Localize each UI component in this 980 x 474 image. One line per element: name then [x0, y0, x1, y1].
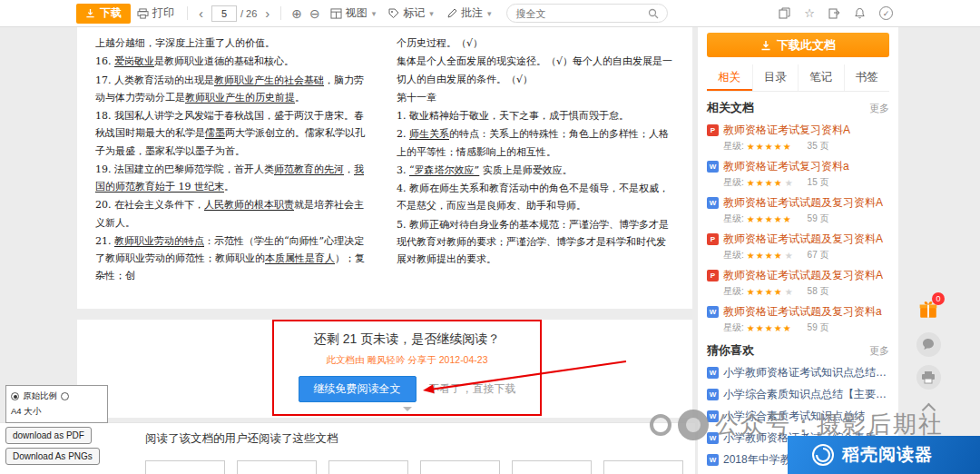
rating-label: 星级:	[723, 321, 744, 334]
paragraph: 个历史过程。（√）	[397, 35, 674, 52]
word-icon: W	[707, 197, 719, 209]
tab-notes[interactable]: 笔记	[798, 64, 844, 91]
guess-doc-item[interactable]: W小学综合素质知识点总结【主要知识点总...	[707, 387, 889, 402]
docer-logo	[811, 443, 835, 467]
doc-thumbnail[interactable]	[420, 460, 500, 474]
doc-thumbnail[interactable]	[603, 460, 683, 474]
star-rating-empty: ★	[785, 251, 794, 261]
star-rating: ★★★★★	[747, 323, 792, 333]
view-icon	[330, 8, 342, 19]
toolbar-separator	[187, 6, 188, 20]
related-doc-item[interactable]: P教师资格证考试试题及复习资料A 星级:★★★★★67 页	[707, 232, 889, 262]
rating-label: 星级:	[723, 212, 744, 225]
doc-title[interactable]: 教师资格证考试试题及复习资料A	[723, 232, 883, 247]
notification-count-badge: 0	[932, 292, 945, 305]
star-rating: ★★★★	[747, 251, 783, 261]
annotate-menu-button[interactable]: 批注 ▾	[440, 4, 498, 24]
share-button[interactable]	[828, 7, 840, 19]
continue-reading-button[interactable]: 继续免费阅读全文	[299, 376, 416, 402]
guess-doc-item[interactable]: W小学教师资格证考试知识点总结-综合素质	[707, 365, 889, 380]
doc-title[interactable]: 教师资格证考试试题及复习资料A	[723, 268, 883, 283]
download-this-doc-button[interactable]: 下载此文档	[707, 33, 889, 57]
annotate-label: 批注	[461, 5, 483, 21]
customer-service-button[interactable]	[915, 331, 942, 358]
download-pdf-button[interactable]: download as PDF	[5, 427, 92, 444]
copy-button[interactable]	[779, 7, 790, 19]
mark-menu-button[interactable]: 标记 ▾	[382, 4, 440, 24]
view-menu-button[interactable]: 视图 ▾	[324, 4, 383, 24]
prev-page-button[interactable]: ‹	[194, 6, 208, 20]
check-icon: ✓	[879, 6, 893, 20]
more-guess-link[interactable]: 更多	[869, 344, 889, 358]
top-toolbar: 下载 打印 ‹ / 26 › ⊕ ⊖ 视图 ▾ 标记 ▾ 批注 ▾ ☆	[0, 0, 980, 27]
related-doc-item[interactable]: P教师资格证考试试题及复习资料A 星级:★★★★★58 页	[707, 268, 889, 298]
rating-label: 星级:	[723, 140, 744, 153]
word-icon: W	[707, 410, 719, 422]
guess-doc-item[interactable]: W小学综合素质考试知识点总结	[707, 409, 889, 424]
tab-contents[interactable]: 目录	[752, 64, 799, 91]
doc-thumbnail[interactable]	[145, 460, 225, 474]
rating-label: 星级:	[723, 285, 744, 298]
chevron-down-icon: ▾	[429, 9, 434, 18]
page-count: 67 页	[808, 249, 829, 262]
scale-options: 原始比例 A4 大小	[5, 385, 108, 423]
page-total-label: / 26	[240, 8, 257, 19]
star-rating: ★★★★	[747, 178, 783, 188]
next-page-button[interactable]: ›	[260, 6, 274, 20]
guess-you-like-title: 猜你喜欢	[707, 342, 754, 359]
related-doc-item[interactable]: W教师资格证考试试题及复习资料a 星级:★★★★★59 页	[707, 304, 889, 334]
tab-bookmarks[interactable]: 书签	[844, 64, 890, 91]
page-left-column: 上越分越细，字深度上注重了人的价值。 16. 爱岗敬业是教师职业道德的基础和核心…	[95, 35, 373, 301]
word-icon: W	[707, 306, 719, 318]
search-input[interactable]	[515, 8, 648, 19]
favorite-button[interactable]: ☆	[804, 6, 815, 20]
skip-and-download-link[interactable]: 不看了，直接下载	[429, 381, 516, 397]
toolbar-separator	[280, 6, 281, 20]
original-ratio-label: 原始比例	[23, 390, 57, 402]
verify-button[interactable]: ✓	[879, 6, 893, 20]
download-button[interactable]: 下载	[76, 4, 131, 24]
doc-title[interactable]: 小学综合素质考试知识点总结	[723, 409, 865, 424]
more-related-link[interactable]: 更多	[869, 102, 889, 115]
doc-title[interactable]: 小学综合素质知识点总结【主要知识点总...	[723, 387, 889, 402]
a4-size-radio[interactable]	[61, 392, 69, 400]
star-rating-empty: ★	[785, 287, 794, 297]
page-count: 58 页	[808, 285, 829, 298]
doc-title[interactable]: 教师资格证考试复习资料A	[723, 123, 850, 138]
doc-thumbnail[interactable]	[328, 460, 408, 474]
page-number-input[interactable]	[211, 5, 237, 22]
related-doc-item[interactable]: W教师资格证考试复习资料a 星级:★★★★★15 页	[707, 159, 889, 189]
view-label: 视图	[346, 5, 368, 21]
original-ratio-radio[interactable]	[11, 392, 19, 400]
tab-related[interactable]: 相关	[707, 64, 752, 91]
notification-button[interactable]	[854, 7, 866, 19]
reader-banner[interactable]: 稻壳阅读器	[788, 436, 980, 474]
doc-thumbnail[interactable]	[237, 460, 317, 474]
zoom-out-icon[interactable]: ⊖	[306, 6, 324, 21]
zoom-in-icon[interactable]: ⊕	[288, 6, 306, 21]
caret-down-icon	[403, 407, 412, 416]
paragraph: 21. 教师职业劳动的特点：示范性（学生的“向师性”心理决定了教师职业劳动的师范…	[95, 232, 373, 285]
paragraph: 集体是个人全面发展的现实途径。（√）每个人的自由发展是一切人的自由发展的条件。（…	[397, 53, 674, 88]
doc-thumbnail[interactable]	[512, 460, 592, 474]
paragraph: 18. 我国私人讲学之风发端于春秋战国，盛于两汉于唐宋。春秋战国时期最大的私学是…	[95, 107, 373, 160]
related-doc-item[interactable]: W教师资格证考试试题及复习资料A 星级:★★★★★59 页	[707, 195, 889, 225]
doc-title[interactable]: 小学教师资格证考试知识点总结-综合素质	[723, 365, 889, 380]
document-page: 上越分越细，字深度上注重了人的价值。 16. 爱岗敬业是教师职业道德的基础和核心…	[77, 27, 692, 309]
download-pngs-button[interactable]: Download As PNGs	[5, 448, 100, 465]
print-button[interactable]: 打印	[131, 4, 181, 24]
doc-title[interactable]: 教师资格证考试试题及复习资料a	[723, 304, 882, 320]
a4-size-label: A4 大小	[11, 406, 41, 418]
doc-title[interactable]: 教师资格证考试试题及复习资料A	[723, 195, 883, 211]
paragraph: 1. 敬业精神始于敬业，天下之事，成于惧而毁于怠。	[397, 107, 674, 124]
doc-title[interactable]: 教师资格证考试复习资料a	[723, 159, 849, 174]
mark-icon	[388, 8, 399, 19]
search-icon[interactable]	[648, 8, 659, 19]
related-doc-item[interactable]: P教师资格证考试复习资料A 星级:★★★★★35 页	[707, 123, 889, 153]
back-to-top-button[interactable]	[915, 394, 942, 421]
promo-button[interactable]: 0	[915, 296, 942, 323]
print-float-button[interactable]	[915, 363, 942, 390]
download-icon	[85, 8, 95, 18]
paragraph: 19. 法国建立的巴黎师范学院，首开人类师范教育的先河，我国的师范教育始于 19…	[95, 161, 373, 196]
sidebar-tabs: 相关 目录 笔记 书签	[707, 64, 889, 92]
